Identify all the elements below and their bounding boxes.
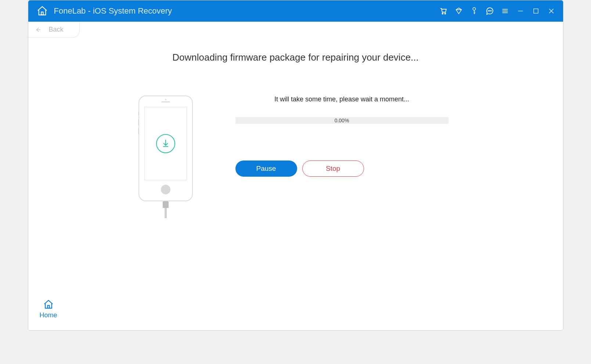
app-window: FoneLab - iOS System Recovery — [28, 0, 563, 331]
svg-rect-11 — [534, 9, 538, 13]
home-corner-button[interactable]: Home — [28, 286, 72, 330]
key-icon[interactable] — [470, 7, 479, 15]
main-content: Downloading firmware package for repairi… — [28, 22, 563, 330]
maximize-button[interactable] — [531, 7, 540, 15]
menu-icon[interactable] — [501, 7, 509, 15]
home-nav-label: Home — [39, 311, 57, 319]
device-illustration — [138, 95, 193, 201]
svg-rect-0 — [41, 12, 43, 15]
page-heading: Downloading firmware package for repairi… — [172, 52, 419, 63]
diamond-icon[interactable] — [454, 7, 463, 15]
app-title: FoneLab - iOS System Recovery — [54, 6, 172, 16]
svg-point-4 — [488, 11, 489, 11]
close-button[interactable] — [547, 7, 556, 15]
svg-point-3 — [473, 7, 476, 10]
svg-point-2 — [444, 13, 446, 14]
stop-button[interactable]: Stop — [302, 161, 364, 177]
titlebar: FoneLab - iOS System Recovery — [28, 0, 563, 22]
home-nav-icon — [43, 299, 54, 310]
pause-button[interactable]: Pause — [235, 161, 297, 177]
minimize-button[interactable] — [516, 7, 525, 15]
svg-point-1 — [442, 13, 443, 14]
svg-point-5 — [489, 11, 490, 11]
status-text: It will take some time, please wait a mo… — [235, 95, 448, 103]
titlebar-controls — [439, 7, 556, 15]
cart-icon[interactable] — [439, 7, 448, 15]
download-icon — [156, 134, 175, 153]
svg-point-6 — [491, 11, 491, 11]
home-icon[interactable] — [36, 4, 49, 18]
progress-bar: 0.00% — [235, 117, 448, 124]
progress-percent: 0.00% — [335, 118, 349, 123]
svg-rect-16 — [47, 305, 49, 308]
chat-icon[interactable] — [485, 7, 494, 15]
